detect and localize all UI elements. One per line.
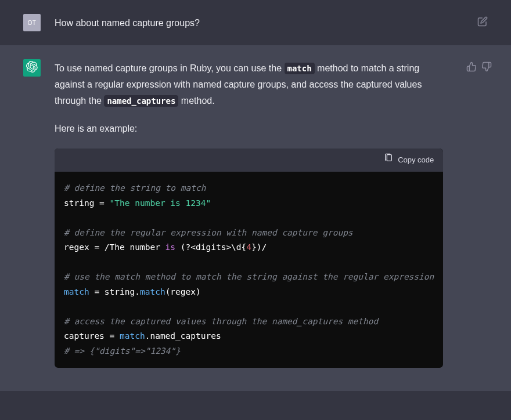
user-message-content: How about named capture groups? xyxy=(55,14,439,31)
example-intro-text: Here is an example: xyxy=(55,124,137,133)
code-string: "The number is 1234" xyxy=(110,198,211,208)
user-avatar: OT xyxy=(23,14,41,31)
inline-code-match: match xyxy=(285,63,315,74)
code-keyword: is xyxy=(165,242,175,252)
code-comment: # access the captured values through the… xyxy=(64,317,378,326)
code-token: captures = xyxy=(64,331,120,341)
code-token: })/ xyxy=(251,242,267,252)
code-comment: # define the regular expression with nam… xyxy=(64,228,353,237)
code-comment: # define the string to match xyxy=(64,183,206,193)
assistant-actions xyxy=(457,59,492,72)
code-function: match xyxy=(140,287,165,296)
code-function: match xyxy=(120,331,145,341)
assistant-paragraph-1: To use named capture groups in Ruby, you… xyxy=(55,60,443,109)
code-number: 4 xyxy=(246,242,251,252)
clipboard-icon xyxy=(384,152,393,168)
text-segment: method. xyxy=(178,96,214,106)
svg-rect-0 xyxy=(387,155,391,161)
copy-code-button[interactable]: Copy code xyxy=(384,152,434,168)
code-token: string = xyxy=(64,198,110,208)
code-function: match xyxy=(64,287,89,296)
assistant-message-content: To use named capture groups in Ruby, you… xyxy=(55,59,443,368)
row-inner: To use named capture groups in Ruby, you… xyxy=(23,59,488,368)
code-comment: # use the match method to match the stri… xyxy=(64,272,434,281)
openai-logo-icon xyxy=(26,61,38,75)
assistant-paragraph-2: Here is an example: xyxy=(55,121,443,137)
code-token: = string. xyxy=(89,287,140,296)
assistant-avatar xyxy=(23,59,41,77)
thumbs-down-icon[interactable] xyxy=(481,61,492,72)
edit-icon[interactable] xyxy=(477,16,488,27)
user-avatar-initials: OT xyxy=(28,20,37,26)
code-block-header: Copy code xyxy=(55,149,443,172)
row-inner: OT How about named capture groups? xyxy=(23,14,488,31)
copy-code-label: Copy code xyxy=(398,152,434,168)
assistant-message-row: To use named capture groups in Ruby, you… xyxy=(0,45,511,391)
code-block: Copy code # define the string to match s… xyxy=(55,149,443,368)
text-segment: To use named capture groups in Ruby, you… xyxy=(55,63,285,73)
code-token: .named_captures xyxy=(145,331,221,341)
code-comment: # => {"digits"=>"1234"} xyxy=(64,346,181,356)
user-message-row: OT How about named capture groups? xyxy=(0,0,511,45)
thumbs-up-icon[interactable] xyxy=(466,61,477,72)
code-token: regex = /The number xyxy=(64,242,165,252)
user-message-text: How about named capture groups? xyxy=(55,18,200,28)
inline-code-named-captures: named_captures xyxy=(104,95,178,107)
code-token: (?<digits>\d{ xyxy=(175,242,246,252)
code-block-body: # define the string to match string = "T… xyxy=(55,172,443,368)
code-token: (regex) xyxy=(165,287,201,296)
user-actions xyxy=(453,14,488,27)
